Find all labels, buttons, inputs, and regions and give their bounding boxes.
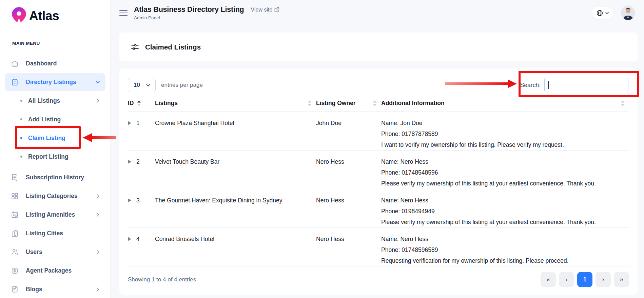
chevron-right-icon (96, 194, 100, 198)
chevron-right-icon (96, 287, 100, 292)
row-id: 1 (136, 118, 140, 128)
sidebar-item-label: Blogs (26, 286, 42, 293)
sidebar: Atlas MAIN MENU Dashboard Directory List… (0, 0, 111, 298)
claimed-listings-card-header: Claimed Listings (119, 33, 638, 61)
pagination-next-button[interactable]: › (596, 272, 611, 287)
clipboard-icon (10, 78, 19, 86)
sidebar-item-label: Subscription History (26, 174, 84, 181)
table-row: 3 The Gourmet Haven: Exquisite Dining in… (128, 189, 629, 228)
pagination: « ‹ 1 › » (541, 272, 629, 287)
listing-owner: Nero Hess (316, 193, 381, 206)
listing-owner: Nero Hess (316, 232, 381, 244)
sort-icon (621, 100, 629, 106)
listing-owner: John Doe (316, 116, 381, 128)
claimed-listings-table-card: 10 entries per page Search: (119, 68, 638, 295)
home-icon (10, 60, 19, 67)
table-controls: 10 entries per page Search: (128, 78, 629, 92)
bullet-icon (20, 100, 22, 102)
sidebar-item-all-listings[interactable]: All Listings (5, 92, 105, 110)
sidebar-item-label: Claim Listing (28, 135, 65, 142)
sidebar-item-label: Users (26, 249, 42, 256)
expand-row-icon[interactable] (128, 198, 131, 202)
sidebar-item-listing-cities[interactable]: Listing Cities (5, 224, 105, 242)
sidebar-item-dashboard[interactable]: Dashboard (5, 55, 105, 72)
sidebar-item-agent-packages[interactable]: Agent Packages (5, 262, 105, 279)
atlas-pin-icon (9, 6, 28, 26)
topbar: Atlas Business Directory Listing View si… (111, 0, 644, 26)
page-subtitle: Admin Panel (134, 15, 279, 20)
content: Claimed Listings 10 entries per page Sea… (111, 26, 644, 295)
pagination-page-1-button[interactable]: 1 (577, 272, 592, 287)
bullet-icon (20, 118, 22, 120)
globe-icon (596, 9, 603, 17)
external-link-icon (274, 7, 279, 12)
expand-row-icon[interactable] (128, 237, 131, 241)
dollar-icon (10, 267, 19, 275)
column-header-id[interactable]: ID (128, 100, 155, 107)
additional-information: Name: Nero Hess Phone: 01748548596 Pleas… (381, 155, 629, 189)
row-id: 4 (136, 234, 140, 244)
building-icon (10, 230, 19, 237)
listing-name: The Gourmet Haven: Exquisite Dining in S… (155, 193, 316, 206)
app-window: Atlas MAIN MENU Dashboard Directory List… (0, 0, 644, 298)
sidebar-item-label: Listing Categories (26, 193, 78, 200)
additional-information: Name: Jon Doe Phone: 01787878589 I want … (381, 116, 629, 150)
sort-icon-asc-active (137, 100, 141, 106)
expand-row-icon[interactable] (128, 160, 131, 164)
bullet-icon (20, 137, 22, 139)
sort-icon (373, 100, 381, 106)
column-header-additional-information[interactable]: Additional Information (381, 100, 629, 107)
sidebar-item-blogs[interactable]: Blogs (5, 280, 105, 298)
brand-name: Atlas (29, 9, 59, 23)
table-header-row: ID Listings Listing Owner (128, 100, 629, 112)
sort-icon (308, 100, 316, 106)
sidebar-item-listing-categories[interactable]: Listing Categories (5, 187, 105, 205)
sidebar-item-label: Report Listing (28, 153, 69, 160)
view-site-link[interactable]: View site (251, 7, 280, 13)
sidebar-item-claim-listing[interactable]: Claim Listing (5, 129, 105, 147)
brand-logo[interactable]: Atlas (5, 6, 105, 26)
row-id: 3 (136, 195, 140, 206)
sidebar-menu: Dashboard Directory Listings All Listing… (5, 55, 105, 298)
table-footer: Showing 1 to 4 of 4 entries « ‹ 1 › » (128, 272, 629, 287)
claimed-listings-table: ID Listings Listing Owner (128, 100, 629, 266)
sidebar-item-label: Directory Listings (26, 79, 76, 86)
expand-row-icon[interactable] (128, 121, 131, 125)
search-input[interactable] (544, 78, 628, 92)
pagination-last-button[interactable]: » (614, 272, 629, 287)
main-area: Atlas Business Directory Listing View si… (111, 0, 644, 298)
sidebar-item-report-listing[interactable]: Report Listing (5, 148, 105, 165)
bullet-icon (20, 156, 22, 158)
chevron-down-icon (605, 11, 609, 15)
sidebar-item-label: All Listings (28, 97, 60, 104)
sidebar-section-label: MAIN MENU (12, 41, 105, 46)
calendar-plus-icon (10, 211, 19, 219)
language-selector[interactable] (592, 7, 613, 19)
text-caret (548, 81, 549, 89)
sidebar-item-subscription-history[interactable]: Subscription History (5, 168, 105, 186)
table-row: 1 Crowne Plaza Shanghai Hotel John Doe N… (128, 112, 629, 151)
sidebar-item-users[interactable]: Users (5, 243, 105, 261)
sidebar-item-directory-listings[interactable]: Directory Listings (5, 73, 105, 91)
chevron-down-icon (146, 83, 151, 87)
sidebar-item-label: Agent Packages (26, 267, 72, 274)
listing-name: Conrad Brussels Hotel (155, 232, 316, 244)
row-id: 2 (136, 156, 140, 167)
column-header-listing-owner[interactable]: Listing Owner (316, 100, 381, 107)
page-size-select[interactable]: 10 (128, 78, 156, 92)
document-icon (10, 285, 19, 293)
receipt-icon (10, 174, 19, 181)
listing-name: Crowne Plaza Shanghai Hotel (155, 116, 316, 128)
table-row: 2 Velvet Touch Beauty Bar Nero Hess Name… (128, 151, 629, 189)
column-header-listings[interactable]: Listings (155, 100, 316, 107)
hamburger-menu-icon[interactable] (119, 8, 128, 17)
pagination-first-button[interactable]: « (541, 272, 556, 287)
filter-sliders-icon (131, 43, 139, 52)
pagination-prev-button[interactable]: ‹ (559, 272, 574, 287)
additional-information: Name: Nero Hess Phone: 0198494949 Please… (381, 193, 629, 227)
sidebar-item-add-listing[interactable]: Add Listing (5, 111, 105, 128)
card-title: Claimed Listings (145, 43, 201, 51)
sidebar-item-listing-amenities[interactable]: Listing Amenities (5, 206, 105, 223)
user-avatar[interactable] (621, 6, 635, 20)
entries-summary: Showing 1 to 4 of 4 entries (128, 276, 196, 283)
